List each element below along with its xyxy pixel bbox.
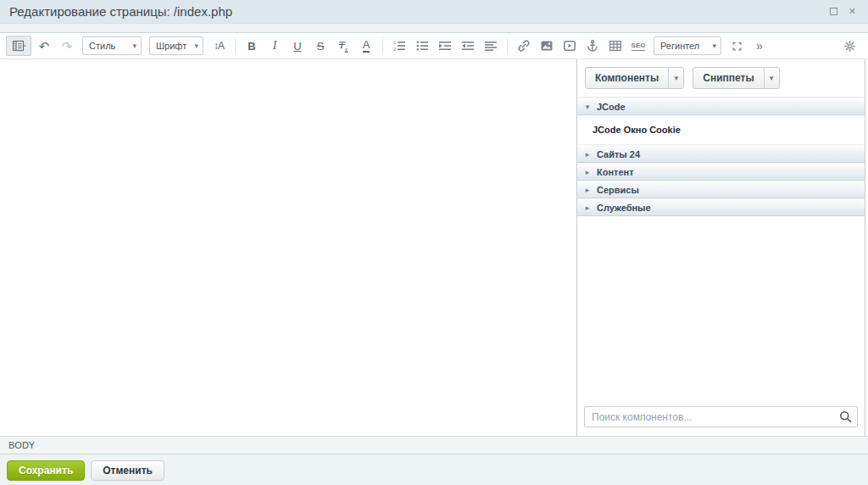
video-button[interactable]: [559, 36, 580, 56]
italic-button[interactable]: I: [264, 36, 285, 56]
font-size-button[interactable]: ↕A: [209, 36, 229, 56]
outdent-icon: [461, 39, 475, 53]
seo-button[interactable]: SEO: [628, 36, 648, 56]
section-header-jcode[interactable]: ▾ JCode: [577, 98, 865, 115]
chevron-down-icon: ▾: [712, 42, 716, 50]
search-icon[interactable]: [838, 410, 853, 424]
component-item-jcode-cookie[interactable]: JCode Окно Cookie: [577, 115, 865, 145]
save-button[interactable]: Сохранить: [7, 460, 85, 481]
snippets-button-label: Сниппеты: [693, 68, 763, 88]
svg-text:2: 2: [393, 47, 397, 52]
footer-actions: Сохранить Отменить: [0, 454, 868, 485]
image-button[interactable]: [537, 36, 557, 56]
chevron-right-icon: ▸: [584, 150, 591, 159]
panel-empty-space: [577, 216, 865, 401]
toolbar-separator: [507, 38, 508, 53]
toolbar-separator: [382, 38, 383, 53]
ordered-list-icon: 12: [392, 39, 406, 53]
components-button-label: Компоненты: [586, 68, 668, 88]
text-color-button[interactable]: A: [356, 36, 376, 56]
strikethrough-button[interactable]: S: [310, 36, 331, 56]
tag-path-body[interactable]: BODY: [8, 440, 35, 450]
font-size-icon: ↕A: [214, 40, 224, 52]
window-titlebar: Редактирование страницы: /index.php ✕: [0, 0, 868, 24]
link-icon: [517, 39, 531, 53]
section-header-services[interactable]: ▸ Сервисы: [577, 181, 865, 198]
tag-path-bar: BODY: [0, 436, 868, 454]
chevron-down-icon[interactable]: ▾: [764, 68, 779, 88]
video-icon: [563, 39, 576, 53]
link-button[interactable]: [514, 36, 534, 56]
fullscreen-icon: [732, 41, 743, 52]
outdent-button[interactable]: [458, 36, 478, 56]
font-dropdown[interactable]: Шрифт ▾: [149, 36, 203, 55]
cancel-button[interactable]: Отменить: [91, 460, 164, 481]
snippets-button[interactable]: Сниппеты ▾: [693, 67, 779, 89]
chevron-right-icon: ▸: [584, 168, 591, 176]
settings-button[interactable]: [839, 36, 860, 56]
anchor-button[interactable]: [582, 36, 603, 56]
undo-icon: ↶: [39, 40, 50, 53]
seo-icon: SEO: [632, 42, 646, 51]
editor-content: Компоненты ▾ Сниппеты ▾ ▾ JCode JCode Ок…: [0, 59, 868, 436]
editor-canvas[interactable]: [0, 59, 576, 436]
editor-toolbar: ↶ ↷ Стиль ▾ Шрифт ▾ ↕A B I U S Tx A: [0, 33, 868, 59]
image-icon: [540, 39, 554, 53]
undo-button[interactable]: ↶: [34, 36, 54, 56]
gear-icon: [843, 40, 856, 53]
chevron-right-icon: ▸: [584, 186, 591, 194]
redo-icon: ↷: [62, 40, 73, 53]
window-title: Редактирование страницы: /index.php: [0, 4, 830, 19]
align-button[interactable]: [481, 36, 501, 56]
remove-format-button[interactable]: Tx: [333, 36, 353, 56]
anchor-icon: [586, 39, 599, 53]
svg-text:1: 1: [393, 40, 397, 45]
bold-button[interactable]: B: [242, 36, 262, 56]
fullscreen-button[interactable]: [726, 36, 747, 56]
chevron-down-icon: ▾: [194, 42, 198, 50]
components-panel: Компоненты ▾ Сниппеты ▾ ▾ JCode JCode Ок…: [576, 59, 865, 436]
indent-icon: [438, 39, 452, 53]
redo-button[interactable]: ↷: [57, 36, 77, 56]
components-button[interactable]: Компоненты ▾: [585, 67, 684, 89]
panel-tabs-row: Компоненты ▾ Сниппеты ▾: [577, 59, 865, 98]
html-editor-frame: ↶ ↷ Стиль ▾ Шрифт ▾ ↕A B I U S Tx A: [0, 32, 868, 454]
section-header-content[interactable]: ▸ Контент: [577, 163, 865, 181]
template-dropdown-value: Регинтел: [660, 41, 699, 51]
table-button[interactable]: [605, 36, 626, 56]
search-input[interactable]: [584, 406, 858, 427]
ordered-list-button[interactable]: 12: [389, 36, 409, 56]
section-header-system[interactable]: ▸ Служебные: [577, 198, 865, 216]
font-dropdown-value: Шрифт: [156, 41, 186, 51]
more-icon: »: [756, 39, 763, 53]
panel-toggle-icon: [11, 39, 27, 53]
chevron-right-icon: ▸: [584, 203, 591, 212]
unordered-list-button[interactable]: [412, 36, 432, 56]
components-accordion: ▾ JCode JCode Окно Cookie ▸ Сайты 24 ▸ К…: [577, 98, 865, 216]
more-tools-button[interactable]: »: [749, 36, 770, 56]
component-search: [584, 406, 858, 427]
indent-button[interactable]: [435, 36, 455, 56]
template-dropdown[interactable]: Регинтел ▾: [654, 36, 721, 55]
components-panel-toggle-button[interactable]: [6, 36, 31, 56]
style-dropdown-value: Стиль: [89, 41, 115, 51]
style-dropdown[interactable]: Стиль ▾: [82, 36, 142, 55]
window-gap: [0, 24, 868, 32]
align-icon: [484, 39, 498, 53]
section-header-sites24[interactable]: ▸ Сайты 24: [577, 145, 865, 163]
table-icon: [609, 39, 622, 53]
chevron-down-icon: ▾: [132, 42, 136, 50]
unordered-list-icon: [415, 39, 429, 53]
underline-button[interactable]: U: [287, 36, 308, 56]
chevron-down-icon: ▾: [584, 103, 591, 111]
maximize-icon[interactable]: [830, 8, 837, 15]
chevron-down-icon[interactable]: ▾: [668, 68, 683, 88]
close-icon[interactable]: ✕: [849, 7, 856, 16]
toolbar-separator: [235, 38, 236, 53]
page-editor-window: Редактирование страницы: /index.php ✕ ↶ …: [0, 0, 868, 485]
